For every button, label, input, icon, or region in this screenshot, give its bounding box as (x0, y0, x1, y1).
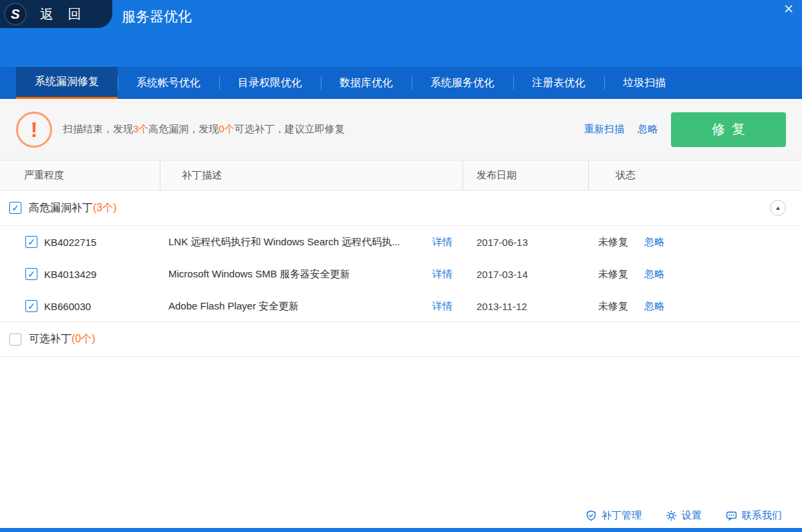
summary-suffix: 可选补丁，建议立即修复 (235, 123, 345, 134)
contact-us-label: 联系我们 (742, 509, 782, 522)
page-title: 服务器优化 (122, 7, 192, 26)
check-icon: ✓ (27, 237, 35, 247)
description-cell: LNK 远程代码执行和 Windows Search 远程代码执... 详情 (160, 236, 463, 249)
bottom-accent-bar (0, 528, 802, 532)
close-icon[interactable]: ✕ (783, 1, 794, 17)
scan-summary-text: 扫描结束，发现3个高危漏洞，发现0个可选补丁，建议立即修复 (63, 123, 345, 136)
scan-summary-bar: ! 扫描结束，发现3个高危漏洞，发现0个可选补丁，建议立即修复 重新扫描 忽略 … (0, 99, 802, 160)
row-checkbox[interactable]: ✓ (25, 268, 37, 280)
column-header-date: 发布日期 (463, 160, 589, 190)
chevron-up-icon: ▲ (775, 205, 781, 211)
group-checkbox-optional[interactable] (9, 334, 21, 346)
tab-directory-permission-optimize[interactable]: 目录权限优化 (219, 67, 321, 99)
status-cell: 未修复 忽略 (589, 236, 802, 249)
patch-manager-label: 补丁管理 (602, 509, 642, 522)
column-header-description: 补丁描述 (160, 160, 463, 190)
back-button[interactable]: 返 回 (40, 5, 87, 23)
row-ignore-link[interactable]: 忽略 (644, 300, 664, 313)
gear-icon (666, 510, 677, 521)
group-count: (3个) (93, 202, 117, 213)
table-row: ✓ KB660030 Adobe Flash Player 安全更新 详情 20… (0, 290, 802, 322)
group-label-optional: 可选补丁(0个) (29, 332, 96, 346)
column-header-severity: 严重程度 (0, 160, 160, 190)
patch-id: KB660030 (44, 301, 91, 312)
footer-bar: 补丁管理 设置 联系我们 (0, 503, 802, 528)
warning-glyph: ! (31, 119, 38, 140)
patch-description: LNK 远程代码执行和 Windows Search 远程代码执... (168, 236, 432, 249)
detail-link[interactable]: 详情 (432, 300, 452, 313)
patch-date: 2013-11-12 (463, 301, 589, 312)
severity-cell: ✓ KB4013429 (0, 268, 160, 280)
settings-label: 设置 (682, 509, 702, 522)
row-checkbox[interactable]: ✓ (25, 236, 37, 248)
app-window: S 返 回 服务器优化 ✕ 系统漏洞修复 系统帐号优化 目录权限优化 数据库优化… (0, 0, 802, 532)
check-icon: ✓ (11, 203, 19, 213)
patch-description: Adobe Flash Player 安全更新 (168, 300, 432, 313)
patch-manager-link[interactable]: 补丁管理 (585, 509, 642, 522)
patch-date: 2017-06-13 (463, 237, 589, 248)
status-label: 未修复 (598, 268, 628, 281)
tab-system-vulnerability-fix[interactable]: 系统漏洞修复 (16, 67, 118, 99)
status-label: 未修复 (598, 236, 628, 249)
table-row: ✓ KB4013429 Microsoft Windows SMB 服务器安全更… (0, 258, 802, 290)
description-cell: Adobe Flash Player 安全更新 详情 (160, 300, 463, 313)
group-count: (0个) (72, 333, 96, 344)
tab-registry-optimize[interactable]: 注册表优化 (513, 67, 604, 99)
group-label-text: 高危漏洞补丁 (29, 202, 93, 213)
header: S 返 回 服务器优化 ✕ 系统漏洞修复 系统帐号优化 目录权限优化 数据库优化… (0, 0, 802, 99)
summary-prefix: 扫描结束，发现 (63, 123, 133, 134)
group-row-optional: 可选补丁(0个) (0, 321, 802, 357)
check-icon: ✓ (27, 269, 35, 279)
rescan-link[interactable]: 重新扫描 (584, 123, 624, 136)
summary-middle: 高危漏洞，发现 (148, 123, 219, 134)
settings-link[interactable]: 设置 (666, 509, 702, 522)
group-label-text: 可选补丁 (29, 333, 72, 344)
detail-link[interactable]: 详情 (432, 268, 452, 281)
collapse-toggle[interactable]: ▲ (770, 200, 786, 216)
table-row: ✓ KB4022715 LNK 远程代码执行和 Windows Search 远… (0, 226, 802, 258)
status-cell: 未修复 忽略 (589, 300, 802, 313)
shield-icon (585, 510, 597, 521)
detail-link[interactable]: 详情 (432, 236, 452, 249)
status-cell: 未修复 忽略 (589, 268, 802, 281)
tab-system-account-optimize[interactable]: 系统帐号优化 (118, 67, 219, 99)
row-checkbox[interactable]: ✓ (25, 300, 37, 312)
tab-system-service-optimize[interactable]: 系统服务优化 (412, 67, 513, 99)
check-icon: ✓ (27, 301, 35, 311)
chat-icon (726, 510, 737, 521)
high-risk-count: 3个 (133, 123, 148, 134)
patch-description: Microsoft Windows SMB 服务器安全更新 (168, 268, 432, 281)
tab-database-optimize[interactable]: 数据库优化 (321, 67, 412, 99)
warning-icon: ! (16, 112, 52, 148)
tab-garbage-scan[interactable]: 垃圾扫描 (604, 67, 684, 99)
group-row-high-risk: ✓ 高危漏洞补丁(3个) ▲ (0, 190, 802, 226)
contact-us-link[interactable]: 联系我们 (726, 509, 782, 522)
row-ignore-link[interactable]: 忽略 (644, 236, 664, 249)
patch-id: KB4013429 (44, 269, 96, 280)
app-logo-icon: S (4, 3, 27, 25)
group-checkbox-high-risk[interactable]: ✓ (9, 202, 21, 214)
fix-button[interactable]: 修复 (671, 112, 786, 147)
status-label: 未修复 (598, 300, 628, 313)
column-header-status: 状态 (589, 160, 802, 190)
patch-id: KB4022715 (44, 237, 96, 248)
patch-date: 2017-03-14 (463, 269, 589, 280)
group-label-high-risk: 高危漏洞补丁(3个) (29, 201, 117, 215)
ignore-all-link[interactable]: 忽略 (638, 123, 658, 136)
severity-cell: ✓ KB4022715 (0, 236, 160, 248)
tab-bar: 系统漏洞修复 系统帐号优化 目录权限优化 数据库优化 系统服务优化 注册表优化 … (0, 67, 802, 99)
severity-cell: ✓ KB660030 (0, 300, 160, 312)
optional-count: 0个 (219, 123, 234, 134)
row-ignore-link[interactable]: 忽略 (644, 268, 664, 281)
back-area[interactable]: S 返 回 (0, 0, 112, 28)
description-cell: Microsoft Windows SMB 服务器安全更新 详情 (160, 268, 463, 281)
table-header: 严重程度 补丁描述 发布日期 状态 (0, 160, 802, 190)
status-actions: 重新扫描 忽略 修复 (584, 112, 786, 147)
